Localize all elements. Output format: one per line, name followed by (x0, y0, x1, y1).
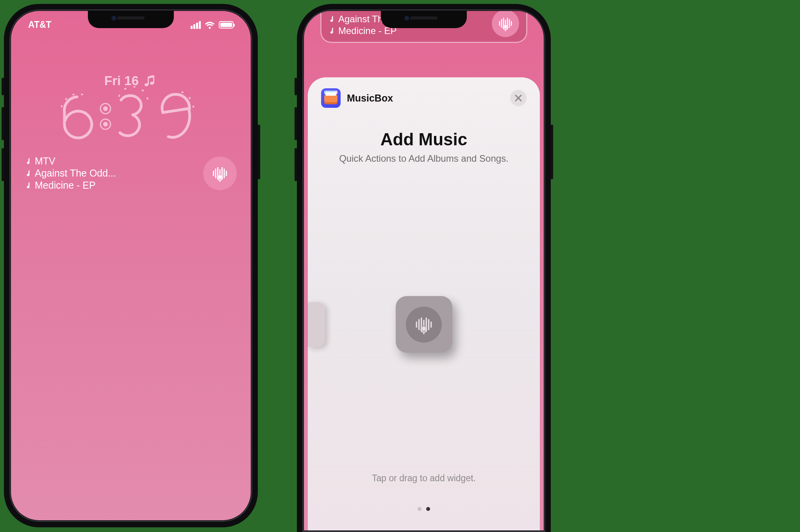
svg-point-5 (103, 122, 108, 127)
song-title: Against The Odd... (35, 168, 116, 179)
lock-widget-area: MTV Against The Odd... Medicine - EP (25, 155, 237, 191)
list-item[interactable]: Medicine - EP (25, 180, 116, 191)
volume-up-button[interactable] (295, 107, 297, 140)
cellular-signal-icon (191, 21, 201, 29)
music-recognition-widget[interactable] (203, 157, 237, 190)
mute-switch[interactable] (295, 78, 297, 95)
wifi-icon (205, 21, 215, 29)
power-button[interactable] (258, 125, 260, 179)
music-recognition-icon (406, 307, 442, 343)
page-dot[interactable] (418, 507, 421, 511)
music-note-icon (329, 27, 334, 34)
mute-switch[interactable] (2, 78, 4, 95)
song-title: Medicine - EP (35, 180, 96, 191)
previous-widget-peek[interactable] (308, 302, 325, 347)
music-recognition-widget[interactable] (492, 11, 519, 37)
sheet-subtitle: Quick Actions to Add Albums and Songs. (321, 153, 527, 164)
svg-rect-33 (422, 326, 425, 331)
lock-clock (11, 85, 251, 145)
music-note-icon (25, 182, 31, 189)
list-item[interactable]: MTV (25, 155, 116, 167)
power-button[interactable] (551, 125, 553, 179)
page-indicator[interactable] (321, 507, 527, 511)
phone-widget-picker: Against The Odd... Medicine - EP (297, 4, 551, 532)
notch (88, 11, 174, 28)
close-button[interactable] (510, 90, 527, 106)
volume-down-button[interactable] (2, 148, 4, 181)
battery-icon (219, 21, 234, 29)
sheet-hint: Tap or drag to add widget. (321, 473, 527, 484)
widget-preview[interactable] (396, 296, 452, 353)
musicbox-app-icon (321, 88, 341, 108)
widget-editor-screen[interactable]: Against The Odd... Medicine - EP (304, 11, 544, 530)
notch (381, 11, 467, 28)
widget-gallery-sheet: MusicBox Add Music Quick Actions to Add … (308, 77, 540, 530)
carrier-label: AT&T (28, 20, 52, 30)
song-title: MTV (35, 155, 55, 167)
volume-down-button[interactable] (295, 148, 297, 181)
phone-lockscreen: AT&T Fri 16 (4, 4, 258, 527)
svg-rect-15 (218, 175, 221, 179)
svg-rect-24 (504, 25, 507, 29)
music-note-icon (25, 170, 31, 177)
recent-songs-widget[interactable]: MTV Against The Odd... Medicine - EP (25, 155, 116, 191)
volume-up-button[interactable] (2, 107, 4, 140)
list-item[interactable]: Against The Odd... (25, 168, 116, 179)
sheet-title: Add Music (321, 130, 527, 149)
app-name-label: MusicBox (347, 93, 393, 104)
music-note-icon (25, 158, 31, 165)
page-dot-active[interactable] (426, 507, 430, 511)
music-note-icon (329, 16, 334, 23)
svg-point-4 (103, 106, 108, 111)
lock-screen[interactable]: AT&T Fri 16 (11, 11, 251, 520)
